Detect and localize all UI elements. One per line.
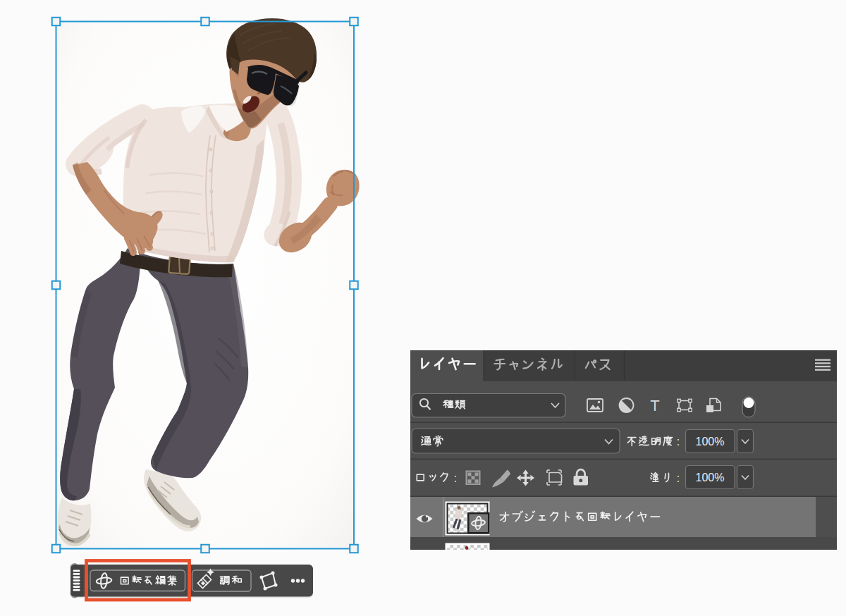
svg-text::: : [677, 472, 680, 484]
svg-text:T: T [650, 397, 659, 414]
svg-text:100%: 100% [696, 472, 725, 483]
svg-text::: : [454, 472, 457, 484]
svg-text::: : [677, 436, 680, 448]
svg-text:100%: 100% [696, 436, 725, 448]
